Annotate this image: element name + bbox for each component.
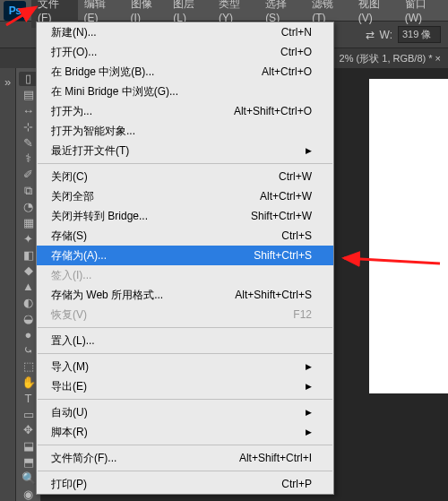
menu-shortcut: Alt+Shift+Ctrl+O	[234, 105, 312, 117]
menu-shortcut: Ctrl+W	[279, 170, 312, 183]
menu-shortcut: Alt+Ctrl+W	[260, 190, 312, 203]
menu-item[interactable]: 置入(L)...	[37, 331, 333, 350]
menu-item-label: 导入(M)	[51, 359, 306, 375]
menu-item-label: 文件简介(F)...	[51, 451, 239, 466]
menu-item-label: 脚本(R)	[51, 425, 306, 440]
menu-item-label: 打印(P)	[51, 477, 281, 492]
menu-separator	[38, 471, 332, 471]
menu-item[interactable]: 视图(V)	[352, 0, 399, 28]
menu-item[interactable]: 打开为智能对象...	[37, 121, 333, 141]
menubar-container: Ps 文件(F)编辑(E)图像(I)图层(L)类型(Y)选择(S)滤镜(T)视图…	[0, 0, 448, 22]
menu-item[interactable]: 关闭并转到 Bridge...Shift+Ctrl+W	[37, 206, 333, 226]
menu-item[interactable]: 脚本(R)▶	[37, 422, 333, 442]
menu-shortcut: Alt+Ctrl+O	[262, 65, 312, 78]
menu-item-label: 最近打开文件(T)	[51, 143, 306, 159]
width-input[interactable]: 319 像	[398, 26, 441, 43]
submenu-arrow-icon: ▶	[306, 362, 312, 371]
menu-shortcut: Ctrl+S	[281, 229, 312, 242]
menu-item-label: 存储为(A)...	[51, 248, 254, 263]
submenu-arrow-icon: ▶	[306, 382, 312, 391]
menu-item-label: 关闭并转到 Bridge...	[51, 209, 251, 224]
menu-item-save-as[interactable]: 存储为(A)...Shift+Ctrl+S	[37, 246, 333, 265]
menu-item[interactable]: 文件简介(F)...Alt+Shift+Ctrl+I	[37, 448, 333, 468]
menu-item-label: 打开为...	[51, 104, 234, 119]
menu-item[interactable]: 在 Bridge 中浏览(B)...Alt+Ctrl+O	[37, 62, 333, 82]
canvas[interactable]	[369, 79, 448, 393]
menu-item[interactable]: 在 Mini Bridge 中浏览(G)...	[37, 82, 333, 101]
menu-item-label: 在 Mini Bridge 中浏览(G)...	[51, 84, 312, 99]
menu-shortcut: Shift+Ctrl+S	[254, 249, 312, 262]
menu-item-label: 存储(S)	[51, 229, 281, 244]
menu-item[interactable]: 新建(N)...Ctrl+N	[37, 22, 333, 42]
menu-item[interactable]: 打开为...Alt+Shift+Ctrl+O	[37, 101, 333, 121]
menu-separator	[38, 353, 332, 354]
menu-item[interactable]: 打印(P)Ctrl+P	[37, 474, 333, 494]
menu-item: 签入(I)...	[37, 265, 333, 285]
menu-shortcut: Ctrl+N	[281, 26, 312, 39]
expand-icon[interactable]: »	[0, 72, 18, 91]
menu-item[interactable]: 导入(M)▶	[37, 357, 333, 376]
menu-item[interactable]: 关闭全部Alt+Ctrl+W	[37, 186, 333, 206]
menu-shortcut: Shift+Ctrl+W	[251, 210, 312, 222]
width-label: W:	[380, 29, 392, 41]
menu-item[interactable]: 打开(O)...Ctrl+O	[37, 42, 333, 62]
menu-shortcut: Ctrl+O	[280, 46, 312, 58]
menu-item-label: 打开为智能对象...	[51, 124, 312, 139]
menu-item-label: 关闭(C)	[51, 169, 279, 185]
submenu-arrow-icon: ▶	[306, 428, 312, 436]
menu-separator	[38, 163, 332, 164]
menu-item-label: 新建(N)...	[51, 25, 281, 40]
submenu-arrow-icon: ▶	[306, 408, 312, 417]
menu-item[interactable]: 自动(U)▶	[37, 402, 333, 422]
menu-item[interactable]: 最近打开文件(T)▶	[37, 141, 333, 160]
menu-item-label: 恢复(V)	[51, 307, 293, 323]
menu-separator	[38, 327, 332, 328]
document-tab[interactable]: 2% (形状 1, RGB/8) * ×	[340, 52, 441, 65]
menu-item[interactable]: 存储(S)Ctrl+S	[37, 226, 333, 246]
menu-item: 恢复(V)F12	[37, 305, 333, 324]
menu-item[interactable]: 关闭(C)Ctrl+W	[37, 167, 333, 186]
collapsed-panel[interactable]: »	[0, 68, 16, 501]
menu-separator	[38, 445, 332, 445]
menu-shortcut: Alt+Shift+Ctrl+S	[235, 289, 312, 301]
menu-item[interactable]: 存储为 Web 所用格式...Alt+Shift+Ctrl+S	[37, 285, 333, 305]
menu-item-label: 签入(I)...	[51, 268, 312, 283]
menu-item-label: 关闭全部	[51, 189, 260, 204]
link-icon[interactable]: ⇄	[366, 29, 375, 41]
menu-shortcut: F12	[293, 308, 312, 321]
menu-item-label: 自动(U)	[51, 405, 306, 420]
menu-item[interactable]: 导出(E)▶	[37, 376, 333, 396]
menu-item-label: 导出(E)	[51, 379, 306, 394]
menu-item[interactable]: 窗口(W)	[399, 0, 448, 28]
file-menu-dropdown: 新建(N)...Ctrl+N打开(O)...Ctrl+O在 Bridge 中浏览…	[36, 22, 334, 495]
menu-item-label: 置入(L)...	[51, 333, 312, 349]
submenu-arrow-icon: ▶	[306, 146, 312, 155]
menu-item-label: 在 Bridge 中浏览(B)...	[51, 65, 262, 80]
menu-shortcut: Alt+Shift+Ctrl+I	[239, 452, 312, 464]
menu-separator	[38, 399, 332, 400]
menu-item-label: 存储为 Web 所用格式...	[51, 288, 235, 303]
app-logo: Ps	[4, 1, 26, 21]
menu-shortcut: Ctrl+P	[281, 478, 312, 490]
menu-item-label: 打开(O)...	[51, 45, 280, 60]
